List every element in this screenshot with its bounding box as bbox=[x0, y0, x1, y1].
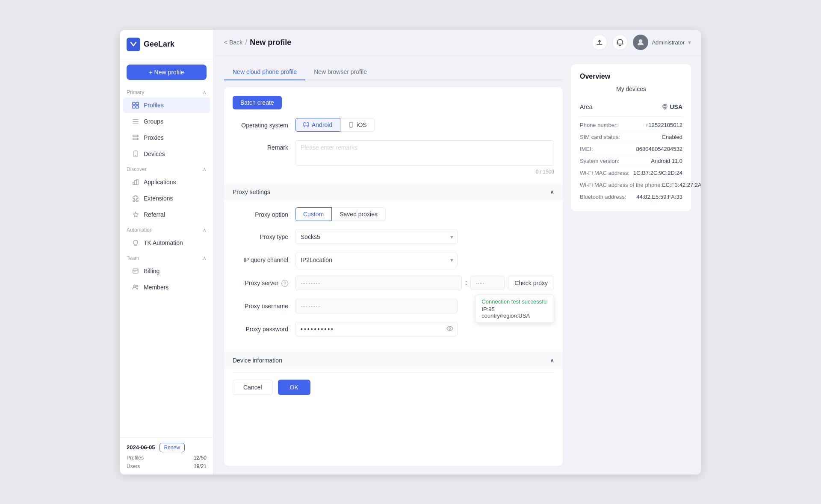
proxy-type-row: Proxy type Socks5 HTTP HTTPS SOCKS4 bbox=[233, 230, 554, 244]
subscription-date: 2024-06-05 bbox=[127, 444, 155, 451]
logo-area: GeeLark bbox=[120, 30, 213, 59]
sidebar-item-tk-automation[interactable]: TK Automation bbox=[123, 235, 210, 251]
billing-icon bbox=[132, 267, 139, 275]
proxy-server-row: Proxy server ? : Check proxy bbox=[233, 276, 554, 290]
sidebar-item-profiles[interactable]: Profiles bbox=[123, 97, 210, 113]
proxy-password-input[interactable] bbox=[295, 322, 458, 336]
renew-button[interactable]: Renew bbox=[159, 443, 185, 452]
discover-section-label: Discover ∧ bbox=[120, 162, 213, 174]
wifi2-key: Wi-Fi MAC address of the phone: bbox=[580, 182, 662, 188]
sidebar-item-applications[interactable]: Applications bbox=[123, 174, 210, 190]
sidebar-item-extensions[interactable]: Extensions bbox=[123, 191, 210, 206]
ip-query-control: IP2Location IPInfo MaxMind ▾ bbox=[295, 253, 554, 267]
sidebar-item-label-tk: TK Automation bbox=[144, 239, 183, 246]
phone-val: +12522185012 bbox=[645, 122, 682, 128]
breadcrumb: < Back / New profile bbox=[224, 38, 291, 47]
remark-textarea[interactable] bbox=[295, 140, 554, 166]
logo-text: GeeLark bbox=[144, 40, 174, 49]
members-icon bbox=[132, 283, 139, 291]
os-android-button[interactable]: Android bbox=[295, 118, 340, 132]
proxy-server-input[interactable] bbox=[295, 276, 462, 290]
wifi2-val: EC:F3:42:27:2A:CC bbox=[662, 182, 701, 188]
remark-row: Remark 0 / 1500 bbox=[233, 140, 554, 175]
svg-point-16 bbox=[449, 327, 451, 329]
sidebar-item-label-applications: Applications bbox=[144, 179, 176, 186]
cancel-button[interactable]: Cancel bbox=[233, 380, 273, 395]
primary-collapse-icon[interactable]: ∧ bbox=[203, 89, 207, 95]
password-toggle-icon[interactable] bbox=[446, 325, 453, 333]
team-section-label: Team ∧ bbox=[120, 251, 213, 263]
check-proxy-button[interactable]: Check proxy bbox=[508, 276, 554, 290]
tab-browser[interactable]: New browser profile bbox=[305, 64, 375, 80]
device-information-label: Device information bbox=[233, 357, 282, 364]
proxy-port-input[interactable] bbox=[470, 276, 505, 290]
tab-cloud-phone[interactable]: New cloud phone profile bbox=[224, 64, 305, 80]
svg-point-11 bbox=[134, 285, 136, 287]
imei-key: IMEI: bbox=[580, 146, 593, 152]
ok-button[interactable]: OK bbox=[278, 380, 310, 395]
sidebar-item-members[interactable]: Members bbox=[123, 280, 210, 295]
user-menu[interactable]: Administrator ▾ bbox=[633, 35, 691, 50]
proxy-type-label: Proxy type bbox=[233, 230, 288, 242]
proxy-settings-label: Proxy settings bbox=[233, 189, 270, 195]
proxy-settings-header[interactable]: Proxy settings ∧ bbox=[224, 183, 563, 200]
wifi-key: Wi-Fi MAC address: bbox=[580, 170, 629, 176]
content-area: New cloud phone profile New browser prof… bbox=[214, 56, 701, 475]
overview-sim-row: SIM card status: Enabled bbox=[580, 131, 682, 143]
proxy-custom-button[interactable]: Custom bbox=[295, 207, 332, 221]
sidebar-item-proxies[interactable]: Proxies bbox=[123, 130, 210, 145]
remark-control: 0 / 1500 bbox=[295, 140, 554, 175]
upload-button[interactable] bbox=[592, 35, 607, 50]
device-information-header[interactable]: Device information ∧ bbox=[224, 352, 563, 369]
users-count: 19/21 bbox=[194, 463, 207, 469]
svg-rect-3 bbox=[136, 106, 139, 108]
tooltip-country: country/region:USA bbox=[481, 312, 548, 319]
batch-create-button[interactable]: Batch create bbox=[233, 96, 282, 109]
notification-button[interactable] bbox=[612, 35, 628, 50]
applications-icon bbox=[132, 178, 139, 186]
proxy-option-control: Custom Saved proxies bbox=[295, 207, 554, 221]
sidebar-item-billing[interactable]: Billing bbox=[123, 263, 210, 279]
sim-key: SIM card status: bbox=[580, 134, 620, 140]
proxy-type-dropdown[interactable]: Socks5 HTTP HTTPS SOCKS4 bbox=[295, 230, 458, 244]
ip-query-row: IP query channel IP2Location IPInfo MaxM… bbox=[233, 253, 554, 267]
profiles-label: Profiles bbox=[127, 455, 144, 461]
automation-collapse-icon[interactable]: ∧ bbox=[203, 227, 207, 233]
overview-panel: Overview My devices Area USA Phone numbe… bbox=[571, 64, 691, 211]
team-collapse-icon[interactable]: ∧ bbox=[203, 255, 207, 261]
system-val: Android 11.0 bbox=[651, 158, 682, 164]
new-profile-button[interactable]: + New profile bbox=[127, 65, 207, 80]
char-count: 0 / 1500 bbox=[295, 169, 554, 175]
bluetooth-val: 44:82:E5:59:FA:33 bbox=[636, 194, 682, 200]
overview-wifi-row: Wi-Fi MAC address: 1C:B7:2C:9C:2D:24 bbox=[580, 167, 682, 179]
back-link[interactable]: < Back bbox=[224, 39, 242, 46]
proxy-type-select: Socks5 HTTP HTTPS SOCKS4 ▾ bbox=[295, 230, 458, 244]
sidebar-item-label-groups: Groups bbox=[144, 118, 163, 125]
overview-title: Overview bbox=[580, 73, 682, 80]
proxy-settings-collapse-icon: ∧ bbox=[550, 189, 554, 195]
svg-point-12 bbox=[136, 285, 138, 287]
proxy-username-input[interactable] bbox=[295, 299, 458, 313]
proxy-password-row: Proxy password bbox=[233, 322, 554, 336]
discover-collapse-icon[interactable]: ∧ bbox=[203, 166, 207, 172]
svg-rect-0 bbox=[133, 102, 135, 105]
device-information-collapse-icon: ∧ bbox=[550, 357, 554, 364]
area-value: USA bbox=[662, 103, 682, 110]
proxy-server-help-icon[interactable]: ? bbox=[281, 280, 288, 287]
sidebar-bottom: 2024-06-05 Renew Profiles 12/50 Users 19… bbox=[120, 437, 213, 475]
ip-query-dropdown[interactable]: IP2Location IPInfo MaxMind bbox=[295, 253, 458, 267]
proxy-type-control: Socks5 HTTP HTTPS SOCKS4 ▾ bbox=[295, 230, 554, 244]
overview-system-row: System version: Android 11.0 bbox=[580, 155, 682, 167]
sidebar-item-referral[interactable]: Referral bbox=[123, 207, 210, 222]
user-chevron-icon: ▾ bbox=[688, 39, 691, 46]
os-selector: Android iOS bbox=[295, 118, 554, 132]
sidebar-item-label-proxies: Proxies bbox=[144, 134, 164, 141]
sidebar-item-devices[interactable]: Devices bbox=[123, 146, 210, 162]
sidebar-item-label-profiles: Profiles bbox=[144, 102, 164, 109]
primary-section-label: Primary ∧ bbox=[120, 85, 213, 97]
sidebar-item-groups[interactable]: Groups bbox=[123, 114, 210, 129]
logo-icon bbox=[127, 38, 140, 51]
topbar: < Back / New profile Administrator ▾ bbox=[214, 30, 701, 56]
proxy-saved-button[interactable]: Saved proxies bbox=[332, 207, 386, 221]
os-ios-button[interactable]: iOS bbox=[340, 118, 375, 132]
